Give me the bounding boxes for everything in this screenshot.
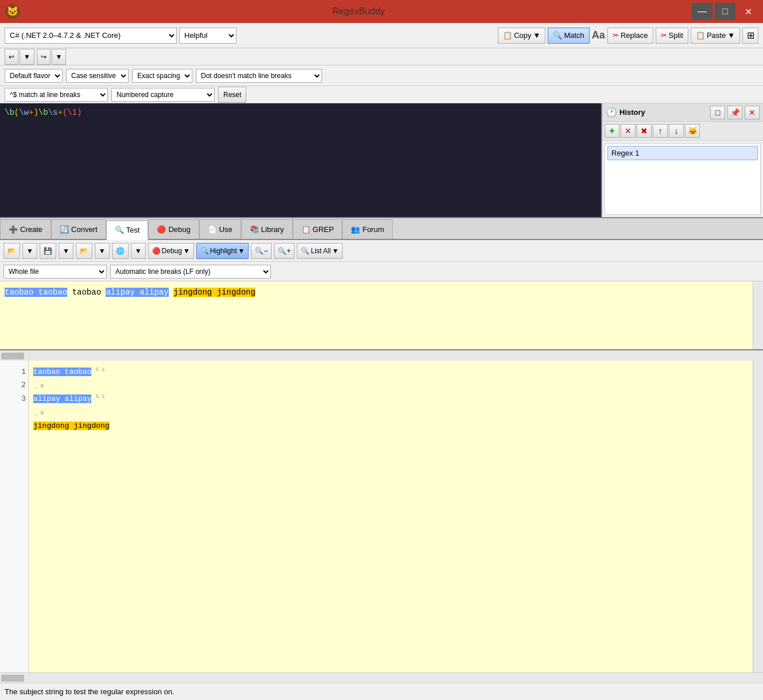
list-all-icon: 🔍 bbox=[301, 247, 309, 255]
paste-dropdown-icon: ▼ bbox=[727, 31, 735, 40]
app-title: RegexBuddy bbox=[25, 6, 692, 17]
history-item[interactable]: Regex 1 bbox=[607, 146, 758, 160]
exact-spacing-select[interactable]: Exact spacing bbox=[132, 69, 192, 83]
results-section: 1 2 3 taobao taobao C L _ R alipay alipa… bbox=[0, 361, 763, 672]
results-content[interactable]: taobao taobao C L _ R alipay alipay C L … bbox=[29, 361, 753, 672]
redo-dropdown-button[interactable]: ▼ bbox=[52, 49, 67, 65]
debug-dropdown-icon: ▼ bbox=[183, 247, 190, 255]
split-icon: ✂ bbox=[661, 31, 667, 40]
close-button[interactable]: ✕ bbox=[738, 3, 758, 20]
result-match-alipay: alipay alipay bbox=[33, 395, 91, 403]
highlight-dropdown-icon: ▼ bbox=[238, 247, 245, 255]
history-pin-button[interactable]: 📌 bbox=[727, 106, 742, 119]
debug-test-button[interactable]: 🔴 Debug ▼ bbox=[148, 243, 194, 259]
web-button[interactable]: 🌐 bbox=[112, 243, 129, 259]
helpful-select[interactable]: Helpful bbox=[179, 28, 237, 44]
regex-area: \b(\w+)\b\s+(\1) 🕐 History □ 📌 ✕ + ✕ ✖ ↑… bbox=[0, 103, 763, 218]
file-new-button[interactable]: 📂 bbox=[76, 243, 92, 259]
titlebar: 🐱 RegexBuddy — □ ✕ bbox=[0, 0, 763, 23]
scope-select[interactable]: Whole file bbox=[3, 265, 107, 279]
flavor-select[interactable]: C# (.NET 2.0–4.7.2 & .NET Core) bbox=[5, 28, 177, 44]
highlight-button[interactable]: 🔍 Highlight ▼ bbox=[196, 243, 249, 259]
split-button[interactable]: ✂ Split bbox=[656, 28, 688, 44]
file-open-dropdown[interactable]: ▼ bbox=[22, 243, 37, 259]
highlight-icon: 🔍 bbox=[200, 247, 209, 255]
replace-button[interactable]: ✂ Replace bbox=[607, 28, 653, 44]
paste-icon: 📋 bbox=[696, 31, 705, 40]
line-breaks-select[interactable]: Automatic line breaks (LF only) bbox=[110, 265, 271, 279]
text-space1: taobao bbox=[72, 288, 106, 297]
history-delete-button[interactable]: ✕ bbox=[621, 124, 636, 138]
web-dropdown[interactable]: ▼ bbox=[131, 243, 146, 259]
history-down-button[interactable]: ↓ bbox=[669, 124, 684, 138]
undo-dropdown-button[interactable]: ▼ bbox=[20, 49, 34, 65]
window-controls: — □ ✕ bbox=[692, 3, 758, 20]
history-delete-all-button[interactable]: ✖ bbox=[637, 124, 652, 138]
file-save-dropdown[interactable]: ▼ bbox=[59, 243, 73, 259]
tab-create[interactable]: ➕ Create bbox=[0, 219, 51, 239]
regex-editor[interactable]: \b(\w+)\b\s+(\1) bbox=[0, 103, 602, 217]
tab-grep[interactable]: 📋 GREP bbox=[293, 219, 343, 239]
match-icon: 🔍 bbox=[553, 31, 562, 40]
use-icon: 📄 bbox=[208, 225, 217, 234]
copy-button[interactable]: 📋 Copy ▼ bbox=[498, 28, 545, 44]
default-flavor-select[interactable]: Default flavor bbox=[5, 69, 63, 83]
result-row-1: taobao taobao C L _ R bbox=[33, 365, 748, 392]
history-expand-button[interactable]: □ bbox=[710, 106, 725, 119]
test-icon: 🔍 bbox=[115, 226, 124, 234]
history-controls: + ✕ ✖ ↑ ↓ 🐱 bbox=[602, 122, 763, 141]
undo-button[interactable]: ↩ bbox=[5, 49, 18, 65]
tab-library[interactable]: 📚 Library bbox=[241, 219, 293, 239]
app-logo: 🐱 bbox=[5, 3, 21, 20]
results-vscrollbar[interactable] bbox=[753, 361, 763, 672]
test-text-area[interactable]: taobao taobao taobao alipay alipay jingd… bbox=[0, 281, 753, 349]
case-sensitive-select[interactable]: Case sensitive bbox=[66, 69, 129, 83]
convert-icon: 🔄 bbox=[60, 225, 69, 234]
grid-button[interactable]: ⊞ bbox=[742, 28, 758, 44]
paste-button[interactable]: 📋 Paste ▼ bbox=[691, 28, 740, 44]
history-up-button[interactable]: ↑ bbox=[653, 124, 668, 138]
list-all-button[interactable]: 🔍 List All ▼ bbox=[297, 243, 343, 259]
test-text-section: taobao taobao taobao alipay alipay jingd… bbox=[0, 281, 763, 350]
history-list: Regex 1 bbox=[605, 143, 761, 215]
test-text-hscrollbar[interactable] bbox=[0, 350, 763, 361]
tab-bar: ➕ Create 🔄 Convert 🔍 Test 🔴 Debug 📄 Use … bbox=[0, 218, 763, 240]
main-toolbar: C# (.NET 2.0–4.7.2 & .NET Core) Helpful … bbox=[0, 23, 763, 48]
test-text-vscrollbar[interactable] bbox=[753, 281, 763, 349]
results-hscrollbar[interactable] bbox=[0, 672, 763, 683]
result-row-2: alipay alipay C L _ R bbox=[33, 392, 748, 419]
result-match-jingdong: jingdong jingdong bbox=[33, 421, 110, 430]
dot-option-select[interactable]: Dot doesn't match line breaks bbox=[196, 69, 322, 83]
file-open-button[interactable]: 📂 bbox=[3, 243, 20, 259]
file-save-button[interactable]: 💾 bbox=[40, 243, 56, 259]
match-button[interactable]: 🔍 Match bbox=[548, 28, 589, 44]
tab-forum[interactable]: 👥 Forum bbox=[342, 219, 393, 239]
options-toolbar: Default flavor Case sensitive Exact spac… bbox=[0, 65, 763, 86]
results-line-numbers: 1 2 3 bbox=[0, 361, 29, 672]
regex-content: \b(\w+)\b\s+(\1) bbox=[5, 108, 82, 117]
tab-convert[interactable]: 🔄 Convert bbox=[51, 219, 106, 239]
file-new-dropdown[interactable]: ▼ bbox=[95, 243, 110, 259]
minimize-button[interactable]: — bbox=[692, 3, 712, 20]
result-match-taobao: taobao taobao bbox=[33, 368, 91, 376]
maximize-button[interactable]: □ bbox=[715, 3, 735, 20]
tab-test[interactable]: 🔍 Test bbox=[106, 221, 149, 240]
redo-button[interactable]: ↪ bbox=[37, 49, 51, 65]
line-number-1: 1 bbox=[2, 365, 26, 378]
match-option-select[interactable]: ^$ match at line breaks bbox=[5, 88, 108, 102]
grep-icon: 📋 bbox=[301, 225, 311, 234]
match-alipay-alipay: alipay alipay bbox=[106, 288, 168, 297]
reset-button[interactable]: Reset bbox=[218, 87, 246, 103]
capture-option-select[interactable]: Numbered capture bbox=[111, 88, 215, 102]
history-panel: 🕐 History □ 📌 ✕ + ✕ ✖ ↑ ↓ 🐱 Regex 1 bbox=[602, 103, 763, 217]
history-cat-button[interactable]: 🐱 bbox=[685, 124, 700, 138]
history-add-button[interactable]: + bbox=[605, 124, 619, 138]
history-title: History bbox=[619, 108, 708, 117]
tab-debug[interactable]: 🔴 Debug bbox=[148, 219, 199, 239]
history-close-button[interactable]: ✕ bbox=[745, 106, 760, 119]
status-text: The subject string to test the regular e… bbox=[5, 687, 175, 696]
debug-icon: 🔴 bbox=[157, 225, 166, 234]
zoom-out-button[interactable]: 🔍− bbox=[251, 243, 272, 259]
zoom-in-button[interactable]: 🔍+ bbox=[274, 243, 295, 259]
tab-use[interactable]: 📄 Use bbox=[199, 219, 241, 239]
